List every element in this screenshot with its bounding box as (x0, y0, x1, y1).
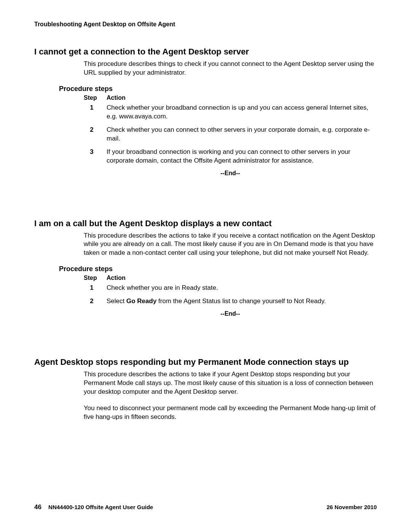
step-action-pre: Select (107, 297, 126, 305)
page-number: 46 (34, 503, 41, 511)
steps-table-2: Step Action 1 Check whether you are in R… (84, 275, 377, 317)
step-row: 2 Check whether you can connect to other… (84, 126, 377, 143)
end-marker-2: --End-- (84, 310, 377, 317)
running-header: Troubleshooting Agent Desktop on Offsite… (34, 21, 377, 28)
page-footer: 46 NN44400-120 Offsite Agent User Guide … (34, 503, 377, 511)
steps-header-2: Step Action (84, 275, 377, 281)
document-id: NN44400-120 Offsite Agent User Guide (48, 504, 153, 510)
step-row: 1 Check whether you are in Ready state. (84, 284, 377, 292)
step-number: 2 (84, 126, 107, 143)
section-title-3: Agent Desktop stops responding but my Pe… (34, 357, 377, 367)
page-container: Troubleshooting Agent Desktop on Offsite… (0, 0, 411, 532)
step-action: Check whether you are in Ready state. (107, 284, 377, 292)
steps-header-1: Step Action (84, 94, 377, 101)
steps-table-1: Step Action 1 Check whether your broadba… (84, 94, 377, 177)
section-body-1: This procedure describes things to check… (84, 60, 377, 77)
step-row: 3 If your broadband connection is workin… (84, 148, 377, 165)
step-action: Check whether your broadband connection … (107, 104, 377, 121)
step-action: Select Go Ready from the Agent Status li… (107, 297, 377, 306)
step-action: Check whether you can connect to other s… (107, 126, 377, 143)
step-row: 2 Select Go Ready from the Agent Status … (84, 297, 377, 306)
col-action-header: Action (107, 94, 377, 101)
step-action-post: from the Agent Status list to change you… (156, 297, 326, 305)
section-title-2: I am on a call but the Agent Desktop dis… (34, 219, 377, 228)
procedure-steps-label-1: Procedure steps (59, 85, 377, 93)
footer-date: 26 November 2010 (327, 504, 377, 510)
end-marker-1: --End-- (84, 170, 377, 177)
step-number: 1 (84, 104, 107, 121)
footer-left: 46 NN44400-120 Offsite Agent User Guide (34, 503, 153, 511)
section-body-3b: You need to disconnect your permanent mo… (84, 404, 377, 422)
section-body-3a: This procedure describes the actions to … (84, 370, 377, 396)
step-number: 3 (84, 148, 107, 165)
procedure-steps-label-2: Procedure steps (59, 265, 377, 273)
section-title-1: I cannot get a connection to the Agent D… (34, 47, 377, 57)
step-row: 1 Check whether your broadband connectio… (84, 104, 377, 121)
col-step-header: Step (84, 275, 107, 281)
col-step-header: Step (84, 94, 107, 101)
step-action-bold: Go Ready (126, 297, 156, 305)
step-number: 2 (84, 297, 107, 306)
section-body-2: This procedure describes the actions to … (84, 232, 377, 258)
step-action: If your broadband connection is working … (107, 148, 377, 165)
step-number: 1 (84, 284, 107, 292)
col-action-header: Action (107, 275, 377, 281)
